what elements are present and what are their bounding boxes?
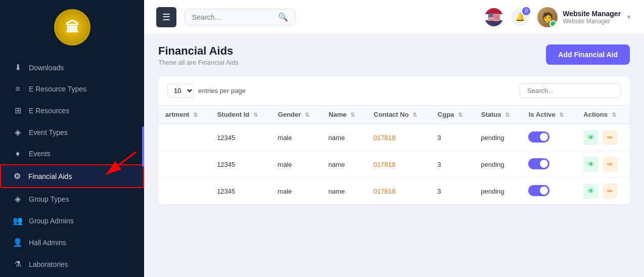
- sidebar-item-events-label: Events: [29, 150, 51, 158]
- toggle-thumb: [540, 133, 548, 141]
- cell-name: name: [321, 124, 366, 151]
- cell-cgpa: 3: [430, 124, 474, 151]
- sidebar-item-hall-admins-label: Hall Admins: [29, 239, 66, 247]
- user-text: Website Manager Website Manager: [563, 10, 621, 25]
- hamburger-button[interactable]: ☰: [156, 7, 176, 27]
- scroll-indicator: [142, 126, 144, 167]
- topbar-search-input[interactable]: [192, 13, 274, 21]
- downloads-icon: ⬇: [13, 63, 23, 72]
- sidebar-item-hall-admins[interactable]: 👤 Hall Admins: [0, 232, 144, 253]
- page-body: Financial Aids These all are Financial A…: [144, 34, 644, 277]
- page-title: Financial Aids: [158, 44, 239, 58]
- entries-label: entries per page: [198, 87, 246, 95]
- cell-student-id: 12345: [210, 124, 270, 151]
- is-active-toggle[interactable]: [528, 185, 549, 196]
- page-title-section: Financial Aids These all are Financial A…: [158, 44, 239, 66]
- user-role: Website Manager: [563, 18, 621, 25]
- group-admins-icon: 👥: [13, 216, 23, 225]
- sidebar-item-group-types[interactable]: ◈ Group Types: [0, 188, 144, 210]
- financial-aids-icon: ⚙: [12, 171, 22, 181]
- sidebar-item-laboratories-label: Laboratories: [29, 260, 68, 268]
- is-active-toggle[interactable]: [528, 158, 549, 169]
- table-controls: 10 25 50 entries per page: [158, 76, 630, 106]
- entries-select[interactable]: 10 25 50: [167, 84, 194, 98]
- cell-contact-no: 017818: [366, 124, 431, 151]
- col-gender: Gender ⇅: [270, 106, 321, 124]
- laboratories-icon: ⚗: [13, 259, 23, 269]
- logo-icon: 🏛: [54, 9, 90, 45]
- view-button[interactable]: 👁: [583, 183, 599, 199]
- topbar: ☰ 🔍 🇺🇸 🔔 0 🧑 Website Manager Website Man…: [144, 0, 644, 34]
- sidebar-item-downloads-label: Downloads: [29, 64, 64, 72]
- sidebar-item-financial-aids[interactable]: ⚙ Financial Aids: [0, 164, 144, 188]
- col-student-id: Student Id ⇅: [210, 106, 270, 124]
- cell-cgpa: 3: [430, 178, 474, 205]
- sidebar-item-laboratories[interactable]: ⚗ Laboratories: [0, 253, 144, 275]
- e-resources-icon: ⊞: [13, 106, 23, 115]
- sidebar-item-e-resource-types-label: E Resource Types: [29, 85, 86, 93]
- col-cgpa: Cgpa ⇅: [430, 106, 474, 124]
- action-btns: 👁 ✏: [583, 157, 623, 172]
- add-financial-aid-button[interactable]: Add Financial Aid: [546, 44, 630, 65]
- events-icon: ♦: [13, 149, 23, 158]
- sidebar-item-financial-aids-label: Financial Aids: [28, 172, 72, 180]
- table-row: 12345 male name 017818 3 pending 👁 ✏: [158, 124, 630, 151]
- sidebar: 🏛 ⬇ Downloads ≡ E Resource Types ⊞ E Res…: [0, 0, 144, 277]
- action-btns: 👁 ✏: [583, 130, 623, 145]
- cell-is-active: [521, 151, 576, 178]
- notification-button[interactable]: 🔔 0: [511, 8, 529, 26]
- table-header-row: artment ⇅ Student Id ⇅ Gender ⇅ Name ⇅ C…: [158, 106, 630, 124]
- cell-gender: male: [270, 124, 321, 151]
- main-content: ☰ 🔍 🇺🇸 🔔 0 🧑 Website Manager Website Man…: [144, 0, 644, 277]
- col-status: Status ⇅: [474, 106, 521, 124]
- toggle-thumb: [540, 187, 548, 195]
- chevron-down-icon: ▼: [626, 14, 632, 21]
- language-flag-icon[interactable]: 🇺🇸: [485, 8, 503, 26]
- sidebar-item-group-admins[interactable]: 👥 Group Admins: [0, 210, 144, 232]
- sort-icon-student-id: ⇅: [253, 112, 258, 118]
- cell-gender: male: [270, 178, 321, 205]
- cell-contact-no: 017818: [366, 151, 431, 178]
- sort-icon-name: ⇅: [350, 112, 355, 118]
- cell-status: pending: [474, 178, 521, 205]
- sidebar-item-group-admins-label: Group Admins: [29, 217, 74, 225]
- edit-button[interactable]: ✏: [603, 130, 618, 145]
- view-button[interactable]: 👁: [583, 157, 599, 172]
- sidebar-item-events[interactable]: ♦ Events: [0, 143, 144, 164]
- cell-student-id: 12345: [210, 151, 270, 178]
- event-types-icon: ◈: [13, 127, 23, 137]
- edit-button[interactable]: ✏: [603, 183, 618, 199]
- user-info[interactable]: 🧑 Website Manager Website Manager ▼: [537, 7, 632, 27]
- view-button[interactable]: 👁: [583, 130, 599, 145]
- group-types-icon: ◈: [13, 194, 23, 204]
- is-active-toggle[interactable]: [528, 131, 549, 143]
- col-actions: Actions ⇅: [576, 106, 630, 124]
- sidebar-nav: ⬇ Downloads ≡ E Resource Types ⊞ E Resou…: [0, 53, 144, 277]
- cell-actions: 👁 ✏: [576, 124, 630, 151]
- user-name: Website Manager: [563, 10, 621, 18]
- sidebar-item-downloads[interactable]: ⬇ Downloads: [0, 57, 144, 78]
- table-search-input[interactable]: [520, 83, 621, 98]
- cell-status: pending: [474, 124, 521, 151]
- sidebar-item-event-types[interactable]: ◈ Event Types: [0, 121, 144, 143]
- toggle-track: [528, 185, 549, 196]
- sidebar-item-event-types-label: Event Types: [29, 128, 68, 136]
- cell-gender: male: [270, 151, 321, 178]
- toggle-track: [528, 131, 549, 143]
- cell-cgpa: 3: [430, 151, 474, 178]
- col-name: Name ⇅: [321, 106, 366, 124]
- edit-button[interactable]: ✏: [603, 157, 618, 172]
- topbar-right: 🇺🇸 🔔 0 🧑 Website Manager Website Manager…: [485, 7, 632, 27]
- sort-icon-is-active: ⇅: [559, 112, 564, 118]
- cell-department: [158, 124, 210, 151]
- table-row: 12345 male name 017818 3 pending 👁 ✏: [158, 178, 630, 205]
- toggle-track: [528, 158, 549, 169]
- sidebar-item-e-resource-types[interactable]: ≡ E Resource Types: [0, 78, 144, 100]
- table-container: 10 25 50 entries per page artment ⇅ Stud…: [158, 76, 630, 205]
- action-btns: 👁 ✏: [583, 183, 623, 199]
- col-department: artment ⇅: [158, 106, 210, 124]
- cell-status: pending: [474, 151, 521, 178]
- sort-icon-cgpa: ⇅: [458, 112, 463, 118]
- sidebar-item-group-types-label: Group Types: [29, 195, 69, 203]
- sidebar-item-e-resources[interactable]: ⊞ E Resources: [0, 100, 144, 121]
